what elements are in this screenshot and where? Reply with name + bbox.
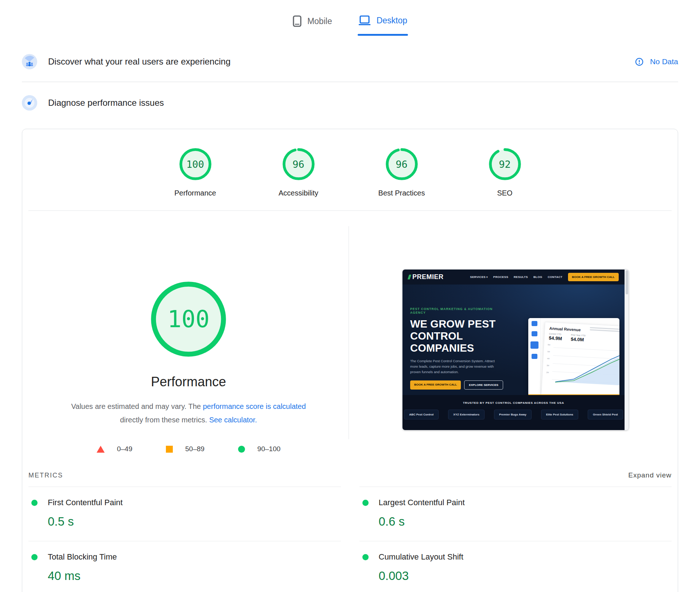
field-data-section-header: Discover what your real users are experi… <box>22 45 678 82</box>
gauge-seo-label: SEO <box>497 189 512 197</box>
trust-logo: ABC Pest Control <box>404 410 439 419</box>
gauge-best-practices-score: 96 <box>385 147 419 181</box>
diagnose-compass-icon <box>22 95 37 111</box>
screenshot-content: PREMIER SERVICES▾ PROCESS RESULTS BLOG C… <box>402 270 625 430</box>
disclaimer-text-2: directly from these metrics. <box>120 416 209 424</box>
lab-section-header: Diagnose performance issues <box>22 82 678 119</box>
no-data-label: No Data <box>650 57 678 66</box>
gauge-performance-score: 100 <box>179 147 212 181</box>
scrollbar-thumb[interactable] <box>626 270 628 294</box>
device-tabbar: Mobile Desktop <box>0 0 700 45</box>
pass-dot-icon <box>362 554 369 560</box>
trust-logo: Green Shield Pest <box>588 410 623 419</box>
metric-cumulative-layout-shift: Cumulative Layout Shift 0.003 <box>359 541 672 592</box>
metric-value: 0.5 s <box>48 515 341 529</box>
orange-square-icon <box>166 446 173 453</box>
prior-ytd-value: $4.0M <box>571 336 586 343</box>
lighthouse-report-card: 100 Performance 96 Accessibility <box>22 129 678 592</box>
metric-first-contentful-paint: First Contentful Paint 0.5 s <box>28 487 341 541</box>
big-performance-score: 100 <box>149 279 228 359</box>
pass-dot-icon <box>362 500 369 506</box>
hero-primary-button: BOOK A FREE GROWTH CALL <box>410 380 461 390</box>
category-gauges-row: 100 Performance 96 Accessibility <box>28 129 672 210</box>
legend-fail-range: 0–49 <box>117 445 132 453</box>
gauge-accessibility[interactable]: 96 Accessibility <box>271 147 326 197</box>
sidebar-tile-icon <box>530 341 538 349</box>
performance-summary: 100 Performance Values are estimated and… <box>28 211 672 462</box>
gauge-seo[interactable]: 92 SEO <box>478 147 532 197</box>
screenshot-site-header: PREMIER SERVICES▾ PROCESS RESULTS BLOG C… <box>402 270 625 285</box>
hero-eyebrow: PEST CONTROL MARKETING & AUTOMATION AGEN… <box>410 307 507 314</box>
legend-average-range: 50–89 <box>185 445 205 453</box>
nav-services: SERVICES▾ <box>470 275 488 279</box>
metrics-header: METRICS Expand view <box>28 462 672 487</box>
expand-view-button[interactable]: Expand view <box>628 471 672 479</box>
nav-blog: BLOG <box>533 275 542 279</box>
mobile-phone-icon <box>293 15 302 27</box>
performance-score-panel: 100 Performance Values are estimated and… <box>28 211 349 462</box>
tab-desktop-label: Desktop <box>377 16 407 26</box>
nav-process: PROCESS <box>493 275 508 279</box>
gauge-best-practices-ring: 96 <box>385 147 419 181</box>
gauge-performance-ring: 100 <box>179 147 212 181</box>
legend-pass-range: 90–100 <box>257 445 280 453</box>
tab-mobile-label: Mobile <box>307 16 332 26</box>
pass-dot-icon <box>31 500 38 506</box>
big-performance-gauge: 100 <box>149 279 228 359</box>
trust-logos-row: ABC Pest Control XYZ Exterminators Premi… <box>404 410 623 419</box>
metric-total-blocking-time: Total Blocking Time 40 ms <box>28 541 341 592</box>
gauge-performance[interactable]: 100 Performance <box>168 147 223 197</box>
dashboard-yellow-bar <box>528 394 619 395</box>
score-disclaimer: Values are estimated and may vary. The p… <box>68 400 309 427</box>
screenshot-trust-band: TRUSTED BY PEST CONTROL COMPANIES ACROSS… <box>402 395 625 430</box>
screenshot-nav: SERVICES▾ PROCESS RESULTS BLOG CONTACT B… <box>470 273 619 281</box>
performance-heading: Performance <box>151 374 226 390</box>
pass-dot-icon <box>31 554 38 560</box>
trust-logo: XYZ Exterminators <box>448 410 485 419</box>
pagespeed-report-page: Mobile Desktop Di <box>0 0 700 592</box>
gauge-accessibility-score: 96 <box>282 147 315 181</box>
gauge-seo-ring: 92 <box>488 147 522 181</box>
hero-buttons: BOOK A FREE GROWTH CALL EXPLORE SERVICES <box>410 380 507 390</box>
green-circle-icon <box>238 446 245 453</box>
score-calc-link[interactable]: performance score is calculated <box>203 402 306 410</box>
gauge-best-practices[interactable]: 96 Best Practices <box>374 147 429 197</box>
tab-desktop[interactable]: Desktop <box>358 15 407 36</box>
trust-logo: Premier Bugs Away <box>494 410 532 419</box>
sidebar-tile-icon <box>532 321 537 326</box>
legend-pass: 90–100 <box>238 445 280 453</box>
disclaimer-text-1: Values are estimated and may vary. The <box>71 402 203 410</box>
nav-contact: CONTACT <box>548 275 563 279</box>
gauge-accessibility-label: Accessibility <box>279 189 318 197</box>
real-users-icon <box>22 54 37 69</box>
current-ytd-value: $4.9M <box>549 335 562 341</box>
legend-fail: 0–49 <box>97 445 132 453</box>
screenshot-panel: PREMIER SERVICES▾ PROCESS RESULTS BLOG C… <box>349 211 672 462</box>
legend-average: 50–89 <box>166 445 205 453</box>
metrics-title: METRICS <box>28 472 63 479</box>
see-calculator-link[interactable]: See calculator. <box>209 416 257 424</box>
metric-label: Cumulative Layout Shift <box>379 552 463 562</box>
screenshot-scrollbar[interactable] <box>625 270 629 430</box>
no-data-link[interactable]: No Data <box>635 57 678 66</box>
hero-dashboard-card: Annual Revenue Current YTD $4.9M Prior Y… <box>528 318 619 395</box>
metric-value: 0.003 <box>379 569 672 583</box>
premier-logo-text: PREMIER <box>412 273 444 281</box>
hero-description: The Complete Pest Control Conversion Sys… <box>410 359 501 375</box>
dashboard-sidebar <box>528 318 541 395</box>
sidebar-tile-icon <box>532 331 537 336</box>
nav-cta-button: BOOK A FREE GROWTH CALL <box>568 273 619 281</box>
hero-copy: PEST CONTROL MARKETING & AUTOMATION AGEN… <box>410 307 507 395</box>
tab-mobile[interactable]: Mobile <box>293 15 332 37</box>
lab-section-title: Diagnose performance issues <box>48 98 164 108</box>
sidebar-tile-icon <box>532 354 537 359</box>
metric-label: First Contentful Paint <box>48 498 122 507</box>
desktop-laptop-icon <box>358 15 371 26</box>
metric-value: 0.6 s <box>379 515 672 529</box>
page-screenshot-thumbnail[interactable]: PREMIER SERVICES▾ PROCESS RESULTS BLOG C… <box>402 269 629 430</box>
metrics-grid: First Contentful Paint 0.5 s Largest Con… <box>28 487 672 592</box>
gauge-accessibility-ring: 96 <box>282 147 315 181</box>
premier-logo-icon <box>408 275 411 279</box>
gauge-seo-score: 92 <box>488 147 522 181</box>
active-tab-underline <box>358 34 408 36</box>
